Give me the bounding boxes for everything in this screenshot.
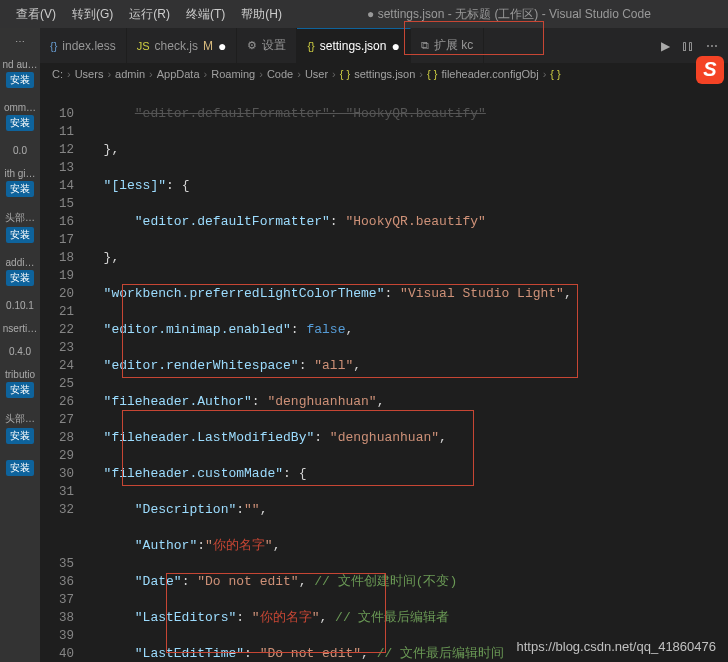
gear-icon: ⚙ (247, 39, 257, 52)
tab-label: settings.json (320, 39, 387, 53)
sogou-ime-icon[interactable]: S (696, 56, 724, 84)
dirty-dot-icon: ● (218, 38, 226, 54)
editor-tabs: {} index.less JS check.js M ● ⚙ 设置 {} se… (40, 28, 728, 63)
tab-label: index.less (62, 39, 115, 53)
sidebar-ext-2[interactable]: omm…安装 (0, 102, 40, 133)
sidebar-ext-6[interactable]: addi…安装 (0, 257, 40, 288)
less-file-icon: {} (50, 40, 57, 52)
install-button[interactable]: 安装 (6, 181, 34, 197)
extensions-sidebar: ⋯ nd au…安装 omm…安装 0.0 ith gi…安装 头部…安装 ad… (0, 28, 40, 662)
js-file-icon: JS (137, 40, 150, 52)
json-file-icon: { } (340, 68, 350, 80)
menu-view[interactable]: 查看(V) (8, 6, 64, 23)
code-editor[interactable]: 10 11 12 13 14 15 16 17 18 19 20 21 22 2… (40, 85, 728, 662)
sidebar-more[interactable]: ⋯ (0, 36, 40, 47)
sidebar-ext-1[interactable]: nd au…安装 (0, 59, 40, 90)
tab-label: check.js (155, 39, 198, 53)
breadcrumb[interactable]: C:› Users› admin› AppData› Roaming› Code… (40, 63, 728, 85)
tab-label: 设置 (262, 37, 286, 54)
sidebar-ext-4[interactable]: ith gi…安装 (0, 168, 40, 199)
install-button[interactable]: 安装 (6, 460, 34, 476)
sidebar-ext-8[interactable]: nserti… (0, 323, 40, 334)
title-bar: 查看(V) 转到(G) 运行(R) 终端(T) 帮助(H) ● settings… (0, 0, 728, 28)
sidebar-ext-9[interactable]: 0.4.0 (0, 346, 40, 357)
line-gutter: 10 11 12 13 14 15 16 17 18 19 20 21 22 2… (40, 85, 88, 662)
json-symbol-icon: { } (427, 68, 437, 80)
modified-indicator: M (203, 39, 213, 53)
install-button[interactable]: 安装 (6, 428, 34, 444)
sidebar-ext-3[interactable]: 0.0 (0, 145, 40, 156)
run-icon[interactable]: ▶ (661, 39, 670, 53)
tab-settings-ui[interactable]: ⚙ 设置 (237, 28, 297, 63)
install-button[interactable]: 安装 (6, 227, 34, 243)
menu-goto[interactable]: 转到(G) (64, 6, 121, 23)
json-file-icon: {} (307, 40, 314, 52)
tab-settings-json[interactable]: {} settings.json ● (297, 28, 411, 63)
more-actions-icon[interactable]: ⋯ (706, 39, 718, 53)
watermark-text: https://blog.csdn.net/qq_41860476 (517, 639, 717, 654)
menu-run[interactable]: 运行(R) (121, 6, 178, 23)
extension-icon: ⧉ (421, 39, 429, 52)
tab-check-js[interactable]: JS check.js M ● (127, 28, 238, 63)
install-button[interactable]: 安装 (6, 72, 34, 88)
menu-help[interactable]: 帮助(H) (233, 6, 290, 23)
code-content[interactable]: "editor.defaultFormatter": "HookyQR.beau… (88, 85, 728, 662)
sidebar-ext-7[interactable]: 0.10.1 (0, 300, 40, 311)
tab-label: 扩展 kc (434, 37, 473, 54)
tab-extension[interactable]: ⧉ 扩展 kc (411, 28, 484, 63)
install-button[interactable]: 安装 (6, 382, 34, 398)
menu-terminal[interactable]: 终端(T) (178, 6, 233, 23)
split-editor-icon[interactable]: ⫿⫿ (682, 39, 694, 53)
install-button[interactable]: 安装 (6, 115, 34, 131)
sidebar-ext-5[interactable]: 头部…安装 (0, 211, 40, 245)
dirty-dot-icon: ● (391, 38, 399, 54)
tab-index-less[interactable]: {} index.less (40, 28, 127, 63)
sidebar-ext-10[interactable]: tributio安装 (0, 369, 40, 400)
window-title: ● settings.json - 无标题 (工作区) - Visual Stu… (290, 6, 728, 23)
sidebar-ext-11[interactable]: 头部…安装 (0, 412, 40, 446)
install-button[interactable]: 安装 (6, 270, 34, 286)
sidebar-ext-12[interactable]: 安装 (0, 458, 40, 478)
